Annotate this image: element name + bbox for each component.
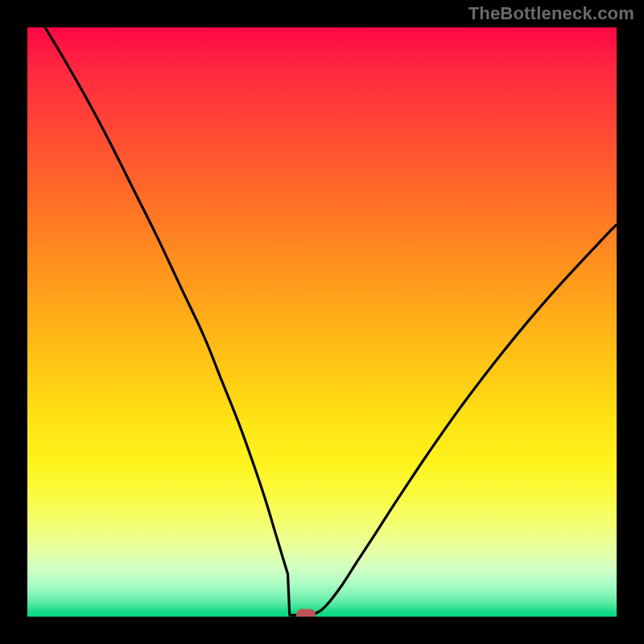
chart-frame: TheBottleneck.com	[0, 0, 644, 644]
plot-area	[27, 27, 617, 617]
curve-layer	[27, 27, 617, 617]
watermark-text: TheBottleneck.com	[469, 3, 634, 24]
bottleneck-curve	[45, 27, 617, 615]
optimum-marker	[296, 609, 316, 617]
